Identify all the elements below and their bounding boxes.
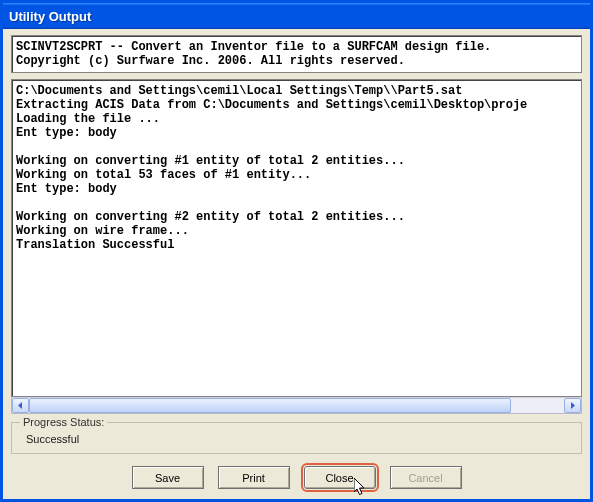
horizontal-scrollbar[interactable] [11,397,582,414]
scroll-right-arrow-icon[interactable] [564,398,581,413]
button-bar: Save Print Close Cancel [11,460,582,491]
log-output[interactable]: C:\Documents and Settings\cemil\Local Se… [11,79,582,397]
client-area: SCINVT2SCPRT -- Convert an Inventor file… [3,29,590,499]
scroll-thumb[interactable] [29,398,511,413]
header-line2: Copyright (c) Surfware Inc. 2006. All ri… [16,54,405,68]
scroll-left-arrow-icon[interactable] [12,398,29,413]
save-button[interactable]: Save [132,466,204,489]
progress-legend: Progress Status: [20,416,107,428]
print-button[interactable]: Print [218,466,290,489]
progress-value: Successful [26,433,571,445]
log-container: C:\Documents and Settings\cemil\Local Se… [11,79,582,414]
progress-status-group: Progress Status: Successful [11,422,582,454]
titlebar[interactable]: Utility Output [3,3,590,29]
scroll-track[interactable] [29,398,564,413]
close-button[interactable]: Close [304,466,376,489]
header-line1: SCINVT2SCPRT -- Convert an Inventor file… [16,40,491,54]
cancel-button: Cancel [390,466,462,489]
window-title: Utility Output [9,9,91,24]
utility-output-window: Utility Output SCINVT2SCPRT -- Convert a… [0,0,593,502]
header-panel: SCINVT2SCPRT -- Convert an Inventor file… [11,35,582,73]
